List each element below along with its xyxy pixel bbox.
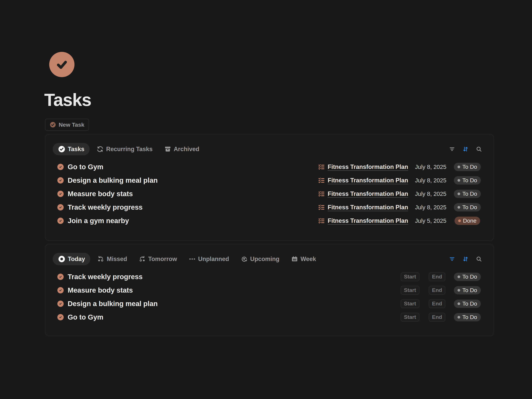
related-plan-link[interactable]: Fitness Transformation Plan xyxy=(328,204,408,211)
tab-label: Recurring Tasks xyxy=(106,146,152,153)
tab-week[interactable]: Week xyxy=(286,253,321,265)
filter-icon[interactable] xyxy=(449,256,455,262)
status-badge[interactable]: Done xyxy=(455,217,480,225)
task-title[interactable]: Design a bulking meal plan xyxy=(68,176,158,184)
search-icon[interactable] xyxy=(476,146,482,152)
tab-label: Week xyxy=(301,255,316,262)
end-button[interactable]: End xyxy=(429,272,445,281)
tab-archived[interactable]: Archived xyxy=(160,143,204,155)
target-icon xyxy=(58,255,65,263)
tab-tasks[interactable]: Tasks xyxy=(53,143,90,155)
task-check-icon[interactable] xyxy=(57,164,64,170)
task-check-icon[interactable] xyxy=(57,274,64,280)
archive-icon xyxy=(164,146,171,153)
status-badge[interactable]: To Do xyxy=(454,286,481,294)
filter-icon[interactable] xyxy=(449,146,455,152)
task-check-icon[interactable] xyxy=(57,314,64,320)
task-title[interactable]: Join a gym nearby xyxy=(68,217,129,225)
task-title[interactable]: Track weekly progress xyxy=(68,273,143,281)
start-button[interactable]: Start xyxy=(401,313,419,322)
end-button[interactable]: End xyxy=(429,299,445,308)
end-button[interactable]: End xyxy=(429,313,445,322)
status-dot xyxy=(457,289,460,291)
today-rows: Track weekly progress Start End To Do Me… xyxy=(53,270,486,324)
calendar-icon xyxy=(291,255,298,262)
task-list-icon xyxy=(318,177,325,184)
search-icon[interactable] xyxy=(476,256,482,262)
sort-icon[interactable] xyxy=(462,256,469,262)
task-check-icon[interactable] xyxy=(57,218,64,224)
task-row: Go to Gym Start End To Do xyxy=(53,310,486,324)
related-plan-link[interactable]: Fitness Transformation Plan xyxy=(328,163,408,171)
status-badge[interactable]: To Do xyxy=(454,163,481,171)
status-badge[interactable]: To Do xyxy=(454,203,481,211)
check-icon xyxy=(54,57,70,72)
task-title[interactable]: Measure body stats xyxy=(68,286,133,294)
due-date[interactable]: July 5, 2025 xyxy=(414,217,446,224)
status-badge[interactable]: To Do xyxy=(454,190,481,198)
related-plan-link[interactable]: Fitness Transformation Plan xyxy=(328,190,408,197)
task-check-icon[interactable] xyxy=(57,301,64,307)
task-list-icon xyxy=(318,217,325,224)
task-title[interactable]: Go to Gym xyxy=(68,313,103,321)
tasks-panel: Tasks Recurring Tasks Archived xyxy=(45,134,494,241)
today-panel: Today Missed Tomorrow Unplann xyxy=(45,244,494,336)
tasks-panel-toolbar xyxy=(449,146,486,152)
task-row: Join a gym nearby Fitness Transformation… xyxy=(53,214,486,228)
task-check-icon[interactable] xyxy=(57,191,64,197)
tab-missed[interactable]: Missed xyxy=(93,253,132,265)
status-badge[interactable]: To Do xyxy=(454,313,481,321)
due-date[interactable]: July 8, 2025 xyxy=(414,190,446,197)
ellipsis-icon xyxy=(189,255,196,262)
due-date[interactable]: July 8, 2025 xyxy=(414,164,446,170)
task-title[interactable]: Design a bulking meal plan xyxy=(68,300,158,308)
tab-today[interactable]: Today xyxy=(53,253,90,265)
task-row: Measure body stats Fitness Transformatio… xyxy=(53,187,486,201)
status-badge[interactable]: To Do xyxy=(454,176,481,184)
end-button[interactable]: End xyxy=(429,286,445,295)
task-row: Track weekly progress Start End To Do xyxy=(53,270,486,284)
status-badge[interactable]: To Do xyxy=(454,300,481,308)
tab-recurring-tasks[interactable]: Recurring Tasks xyxy=(92,143,157,155)
status-dot xyxy=(457,192,460,195)
tab-label: Missed xyxy=(107,255,127,262)
status-dot xyxy=(457,316,460,318)
tab-label: Unplanned xyxy=(198,255,229,262)
task-title[interactable]: Measure body stats xyxy=(68,190,133,198)
task-list-icon xyxy=(318,204,325,211)
new-task-label: New Task xyxy=(59,121,84,128)
tab-label: Archived xyxy=(174,146,199,153)
task-check-icon[interactable] xyxy=(57,204,64,210)
status-dot xyxy=(457,275,460,278)
task-list-icon xyxy=(318,190,325,197)
tab-tomorrow[interactable]: Tomorrow xyxy=(134,253,182,265)
task-title[interactable]: Go to Gym xyxy=(68,163,103,171)
due-date[interactable]: July 8, 2025 xyxy=(414,177,446,184)
start-button[interactable]: Start xyxy=(401,272,419,281)
task-row: Design a bulking meal plan Fitness Trans… xyxy=(53,174,486,187)
tab-label: Upcoming xyxy=(250,255,279,262)
task-check-icon[interactable] xyxy=(57,287,64,293)
related-plan-link[interactable]: Fitness Transformation Plan xyxy=(328,217,408,224)
status-dot xyxy=(457,179,460,182)
tab-label: Tomorrow xyxy=(148,255,177,262)
task-row: Design a bulking meal plan Start End To … xyxy=(53,297,486,310)
task-list-icon xyxy=(318,164,325,170)
cycle-icon xyxy=(241,255,248,262)
status-badge[interactable]: To Do xyxy=(454,273,481,281)
check-circle-icon xyxy=(50,121,56,128)
sort-icon[interactable] xyxy=(462,146,469,152)
task-check-icon[interactable] xyxy=(57,177,64,184)
start-button[interactable]: Start xyxy=(401,299,419,308)
start-button[interactable]: Start xyxy=(401,286,419,295)
page-icon[interactable] xyxy=(49,52,75,77)
due-date[interactable]: July 8, 2025 xyxy=(414,204,446,211)
tab-label: Today xyxy=(68,255,85,262)
task-title[interactable]: Track weekly progress xyxy=(68,203,143,211)
related-plan-link[interactable]: Fitness Transformation Plan xyxy=(328,177,408,184)
new-task-button[interactable]: New Task xyxy=(45,119,89,131)
status-dot xyxy=(457,302,460,305)
tab-upcoming[interactable]: Upcoming xyxy=(236,253,284,265)
tab-unplanned[interactable]: Unplanned xyxy=(184,253,234,265)
today-panel-tabs: Today Missed Tomorrow Unplann xyxy=(53,244,486,265)
